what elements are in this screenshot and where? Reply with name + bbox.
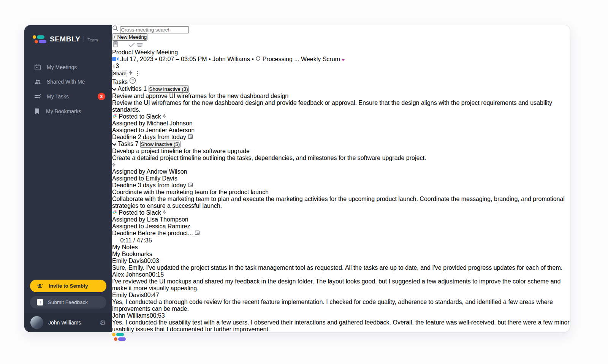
activities-section: Activities 1 Show inactive (3) Review an… bbox=[112, 85, 570, 141]
main-area: + New Meeting Product Weekly Meeting bbox=[112, 25, 570, 332]
meeting-date: Jul 17, 2023 bbox=[120, 56, 153, 62]
download-button[interactable] bbox=[154, 237, 159, 244]
automation-bolt-button[interactable] bbox=[112, 161, 116, 168]
lightning-bolt-icon bbox=[163, 114, 166, 119]
participants-avatar-stack[interactable]: +3 bbox=[112, 63, 570, 70]
tasks-count-badge: 7 bbox=[135, 141, 139, 147]
clipboard-icon[interactable] bbox=[112, 42, 120, 49]
share-button[interactable]: Share bbox=[112, 70, 127, 77]
deadline-row: Deadline Before the product... bbox=[112, 230, 570, 237]
meeting-organizer: John Williams bbox=[212, 56, 250, 62]
slack-badge-label: Posted to Slack bbox=[119, 209, 161, 216]
sidebar-item-my-tasks[interactable]: My Tasks 3 bbox=[24, 89, 112, 104]
brand-name: SEMBLY bbox=[50, 35, 80, 43]
bookmark-icon bbox=[34, 108, 40, 115]
posted-to-slack-badge[interactable]: Posted to Slack bbox=[112, 113, 163, 120]
assignment-panel: Assigned by Andrew Wilson Assigned to Em… bbox=[112, 168, 570, 189]
bookmark-item[interactable]: John Williams00:53 Yes, I conducted the … bbox=[112, 312, 570, 333]
lightning-bolt-icon bbox=[163, 210, 166, 215]
chevron-down-icon[interactable] bbox=[112, 141, 118, 147]
help-icon[interactable]: ? bbox=[129, 77, 136, 84]
tab-label: My Notes bbox=[112, 244, 138, 250]
video-camera-icon bbox=[112, 57, 119, 61]
chevron-down-icon[interactable] bbox=[112, 85, 118, 92]
sembly-logo-icon bbox=[33, 35, 46, 43]
more-participants-badge: +3 bbox=[112, 63, 119, 69]
tab-my-notes[interactable]: My Notes bbox=[112, 244, 570, 251]
new-meeting-label: New Meeting bbox=[117, 34, 147, 40]
invite-to-sembly-button[interactable]: Invite to Sembly bbox=[30, 280, 106, 292]
lightning-bolt-icon bbox=[129, 70, 133, 75]
more-options-button[interactable]: ⋮ bbox=[135, 70, 141, 76]
assigned-by-name: Michael Johnson bbox=[147, 120, 193, 127]
comment-timestamp: 00:53 bbox=[150, 312, 165, 319]
task-list-icon bbox=[34, 93, 41, 100]
check-icon[interactable] bbox=[128, 42, 136, 49]
comment-text: I've reviewed the UI mockups and shared … bbox=[112, 278, 570, 292]
task-card: Coordinate with the marketing team for t… bbox=[112, 189, 570, 237]
commenter-name: Emily Davis bbox=[112, 258, 144, 264]
page-title: Tasks bbox=[112, 79, 128, 85]
meeting-time: 02:07 – 03:05 PM bbox=[159, 56, 207, 62]
bookmark-item[interactable]: Emily Davis00:03 Sure, Emily. I've updat… bbox=[112, 258, 570, 271]
search-input[interactable] bbox=[120, 26, 189, 33]
comment-timestamp: 00:03 bbox=[144, 258, 159, 264]
show-inactive-activities-button[interactable]: Show inactive (3) bbox=[149, 85, 189, 93]
assigned-to-row: Assigned to Jennifer Anderson bbox=[112, 127, 570, 134]
search-icon bbox=[112, 25, 119, 32]
posted-to-slack-badge[interactable]: Posted to Slack bbox=[112, 209, 163, 216]
lightning-bolt-icon bbox=[112, 162, 116, 167]
sembly-logo-icon bbox=[112, 333, 570, 341]
commenter-name: Alex Johnson bbox=[112, 271, 149, 278]
sembly-corner-logo[interactable] bbox=[112, 333, 570, 341]
transcript-lines-icon[interactable] bbox=[136, 42, 143, 49]
automations-button[interactable] bbox=[129, 70, 135, 76]
bookmark-item[interactable]: Alex Johnson00:15 I've reviewed the UI m… bbox=[112, 271, 570, 292]
slack-badge-label: Posted to Slack bbox=[119, 113, 161, 120]
sidebar-item-my-bookmarks[interactable]: My Bookmarks bbox=[24, 104, 112, 119]
deadline-row: Deadline 2 days from today bbox=[112, 134, 570, 141]
assigned-by-label: Assigned by bbox=[112, 216, 145, 223]
assigned-by-row: Assigned by Andrew Wilson bbox=[112, 168, 570, 175]
submit-feedback-button[interactable]: ! Submit Feedback bbox=[30, 296, 106, 309]
app-window: SEMBLY Team My Meetings Shared With Me M… bbox=[24, 25, 570, 332]
dot-separator: • bbox=[155, 56, 157, 62]
feedback-label: Submit Feedback bbox=[48, 299, 88, 305]
tab-my-bookmarks[interactable]: My Bookmarks bbox=[112, 251, 570, 258]
notes-tabs: My Notes My Bookmarks bbox=[112, 244, 570, 258]
tasks-title: Tasks bbox=[118, 141, 133, 147]
tasks-view-button[interactable] bbox=[120, 42, 128, 49]
assigned-to-name: Jessica Ramirez bbox=[146, 223, 190, 229]
invite-label: Invite to Sembly bbox=[49, 283, 88, 289]
new-meeting-button[interactable]: + New Meeting bbox=[112, 33, 147, 41]
meeting-label-dropdown[interactable]: Weekly Scrum bbox=[301, 56, 345, 62]
volume-button[interactable] bbox=[112, 237, 120, 244]
meeting-label-text: Weekly Scrum bbox=[301, 56, 340, 62]
sidebar-item-my-meetings[interactable]: My Meetings bbox=[24, 60, 112, 74]
gear-icon[interactable]: ⚙ bbox=[100, 319, 106, 326]
assigned-by-label: Assigned by bbox=[112, 168, 145, 175]
sidebar-item-shared-with-me[interactable]: Shared With Me bbox=[24, 74, 112, 89]
deadline-label: Deadline bbox=[112, 230, 136, 236]
comment-text: Sure, Emily. I've updated the project st… bbox=[112, 264, 570, 271]
deadline-value: 2 days from today bbox=[138, 134, 186, 140]
meeting-actions: +3 Share ⋮ bbox=[112, 63, 570, 77]
sync-icon[interactable] bbox=[255, 56, 261, 61]
search-bar[interactable] bbox=[112, 25, 570, 33]
user-account-row[interactable]: John Williams ⚙ bbox=[24, 313, 112, 332]
topbar: + New Meeting bbox=[112, 25, 570, 41]
task-footer: Posted to Slack bbox=[112, 209, 570, 216]
show-inactive-tasks-button[interactable]: Show inactive (5) bbox=[140, 141, 180, 148]
task-footer bbox=[112, 161, 570, 168]
bookmark-item[interactable]: Emily Davis00:47 Yes, I conducted a thor… bbox=[112, 292, 570, 312]
assignment-panel: Assigned by Michael Johnson Assigned to … bbox=[112, 120, 570, 141]
assigned-by-name: Lisa Thompson bbox=[147, 216, 188, 223]
slack-icon bbox=[112, 114, 117, 119]
calendar-icon bbox=[195, 230, 200, 235]
audio-player: 0:11 / 47:35 bbox=[112, 237, 570, 244]
notes-panel: My Notes My Bookmarks Emily Davis00:03 S… bbox=[112, 244, 570, 333]
automation-bolt-button[interactable] bbox=[163, 209, 166, 216]
automation-bolt-button[interactable] bbox=[163, 113, 166, 120]
meeting-meta: Jul 17, 2023 • 02:07 – 03:05 PM • John W… bbox=[112, 56, 570, 63]
sidebar-item-label: Shared With Me bbox=[47, 79, 85, 85]
